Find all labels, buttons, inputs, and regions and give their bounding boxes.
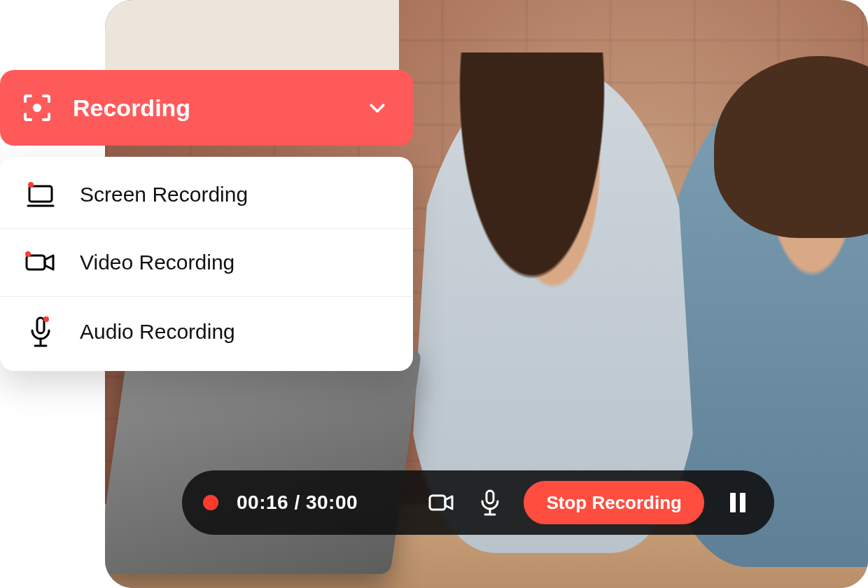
record-target-icon xyxy=(21,92,53,124)
stop-recording-button[interactable]: Stop Recording xyxy=(524,481,704,524)
audio-record-icon xyxy=(24,315,57,349)
dropdown-item-label: Screen Recording xyxy=(80,183,248,206)
chevron-down-icon xyxy=(367,97,388,118)
microphone-icon xyxy=(477,489,503,517)
toggle-mic-button[interactable] xyxy=(475,487,505,518)
recording-dropdown: Recording Screen Recording xyxy=(0,70,413,371)
laptop-illustration xyxy=(105,350,421,574)
dropdown-item-audio-recording[interactable]: Audio Recording xyxy=(0,296,413,367)
svg-rect-11 xyxy=(486,491,493,503)
svg-rect-10 xyxy=(430,496,445,510)
dropdown-item-video-recording[interactable]: Video Recording xyxy=(0,228,413,296)
person-right-hair xyxy=(714,56,868,238)
dropdown-item-label: Video Recording xyxy=(80,251,234,274)
svg-rect-14 xyxy=(730,493,736,512)
camera-icon xyxy=(427,489,455,517)
svg-rect-1 xyxy=(29,186,52,202)
toggle-camera-button[interactable] xyxy=(426,487,456,518)
pause-icon xyxy=(728,491,748,514)
recording-indicator-dot xyxy=(203,495,218,510)
pause-recording-button[interactable] xyxy=(722,487,753,518)
dropdown-item-screen-recording[interactable]: Screen Recording xyxy=(0,161,413,228)
svg-point-9 xyxy=(43,316,49,322)
svg-point-3 xyxy=(28,182,34,188)
recording-dropdown-label: Recording xyxy=(73,94,347,122)
svg-rect-4 xyxy=(27,255,45,270)
svg-rect-6 xyxy=(37,318,44,333)
screen-record-icon xyxy=(24,179,57,210)
recording-control-bar: 00:16 / 30:00 Stop Recording xyxy=(182,470,774,535)
svg-rect-15 xyxy=(740,493,746,512)
recording-dropdown-header[interactable]: Recording xyxy=(0,70,413,146)
stop-recording-label: Stop Recording xyxy=(546,492,682,514)
recording-dropdown-list: Screen Recording Video Recording xyxy=(0,157,413,371)
recording-time-display: 00:16 / 30:00 xyxy=(237,491,358,514)
svg-point-5 xyxy=(25,251,31,257)
svg-point-0 xyxy=(33,104,41,112)
dropdown-item-label: Audio Recording xyxy=(80,320,235,344)
video-record-icon xyxy=(24,247,57,278)
